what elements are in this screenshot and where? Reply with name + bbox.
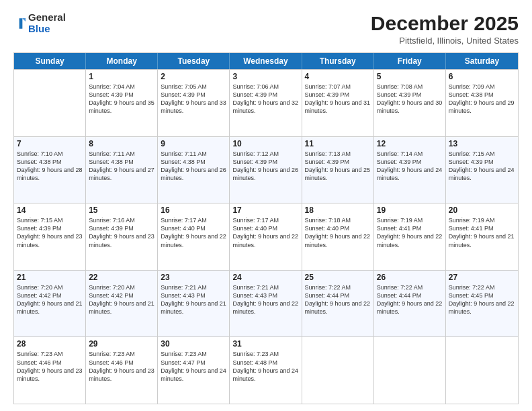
cell-info: Sunrise: 7:21 AMSunset: 4:43 PMDaylight:… (232, 283, 298, 316)
logo-blue: Blue (28, 24, 66, 35)
logo-icon (15, 16, 27, 31)
cell-date-number: 23 (161, 273, 226, 282)
calendar-cell: 23Sunrise: 7:21 AMSunset: 4:43 PMDayligh… (158, 271, 230, 337)
cell-date-number: 27 (449, 273, 515, 282)
cell-daylight: Daylight: 9 hours and 22 minutes. (377, 233, 443, 248)
calendar-cell (374, 337, 446, 404)
cell-daylight: Daylight: 9 hours and 31 minutes. (305, 99, 371, 114)
cell-sunset: Sunset: 4:41 PM (449, 225, 494, 232)
calendar-cell: 19Sunrise: 7:19 AMSunset: 4:41 PMDayligh… (374, 203, 446, 270)
cell-sunset: Sunset: 4:44 PM (377, 292, 422, 299)
cell-daylight: Daylight: 9 hours and 23 minutes. (89, 367, 154, 382)
cell-sunset: Sunset: 4:39 PM (377, 158, 422, 165)
cell-daylight: Daylight: 9 hours and 23 minutes. (89, 233, 154, 248)
header-day-tuesday: Tuesday (158, 53, 230, 69)
cell-sunrise: Sunrise: 7:14 AM (377, 150, 423, 157)
cell-info: Sunrise: 7:23 AMSunset: 4:46 PMDaylight:… (17, 350, 83, 383)
cell-date-number: 14 (17, 205, 83, 215)
calendar-cell: 11Sunrise: 7:13 AMSunset: 4:39 PMDayligh… (302, 137, 374, 203)
cell-date-number: 25 (305, 273, 371, 282)
cell-info: Sunrise: 7:07 AMSunset: 4:39 PMDaylight:… (305, 83, 371, 116)
cell-sunrise: Sunrise: 7:20 AM (89, 284, 135, 291)
cell-date-number: 5 (377, 72, 443, 81)
calendar-cell: 28Sunrise: 7:23 AMSunset: 4:46 PMDayligh… (14, 337, 86, 404)
cell-daylight: Daylight: 9 hours and 27 minutes. (89, 167, 154, 181)
cell-date-number: 15 (89, 205, 154, 215)
calendar-cell (14, 70, 86, 136)
cell-sunset: Sunset: 4:41 PM (377, 225, 422, 232)
cell-info: Sunrise: 7:22 AMSunset: 4:44 PMDaylight:… (377, 283, 443, 316)
cell-sunrise: Sunrise: 7:21 AM (232, 284, 279, 291)
page: General Blue December 2025 Pittsfield, I… (0, 0, 532, 411)
calendar-cell: 8Sunrise: 7:11 AMSunset: 4:38 PMDaylight… (86, 137, 158, 203)
cell-daylight: Daylight: 9 hours and 33 minutes. (161, 99, 226, 114)
cell-date-number: 26 (377, 273, 443, 282)
cell-sunset: Sunset: 4:38 PM (89, 158, 134, 165)
calendar-cell: 13Sunrise: 7:15 AMSunset: 4:39 PMDayligh… (446, 137, 518, 203)
cell-sunset: Sunset: 4:38 PM (449, 91, 494, 98)
cell-date-number: 1 (89, 72, 154, 81)
cell-info: Sunrise: 7:11 AMSunset: 4:38 PMDaylight:… (89, 150, 154, 183)
cell-date-number: 7 (17, 139, 83, 148)
cell-info: Sunrise: 7:22 AMSunset: 4:44 PMDaylight:… (305, 283, 371, 316)
calendar-cell: 9Sunrise: 7:11 AMSunset: 4:38 PMDaylight… (158, 137, 230, 203)
calendar-cell: 6Sunrise: 7:09 AMSunset: 4:38 PMDaylight… (446, 70, 518, 136)
cell-sunrise: Sunrise: 7:22 AM (449, 284, 495, 291)
cell-date-number: 16 (161, 205, 226, 215)
header-day-thursday: Thursday (302, 53, 374, 69)
cell-info: Sunrise: 7:20 AMSunset: 4:42 PMDaylight:… (17, 283, 83, 316)
cell-date-number: 8 (89, 139, 154, 148)
cell-sunset: Sunset: 4:39 PM (305, 158, 350, 165)
cell-info: Sunrise: 7:13 AMSunset: 4:39 PMDaylight:… (305, 150, 371, 183)
cell-sunrise: Sunrise: 7:23 AM (161, 351, 207, 357)
cell-date-number: 11 (305, 139, 371, 148)
cell-sunset: Sunset: 4:39 PM (232, 158, 277, 165)
calendar-subtitle: Pittsfield, Illinois, United States (371, 36, 519, 46)
cell-daylight: Daylight: 9 hours and 22 minutes. (161, 233, 226, 248)
cell-daylight: Daylight: 9 hours and 24 minutes. (161, 367, 226, 382)
cell-info: Sunrise: 7:05 AMSunset: 4:39 PMDaylight:… (161, 83, 226, 116)
cell-daylight: Daylight: 9 hours and 30 minutes. (377, 99, 443, 114)
cell-daylight: Daylight: 9 hours and 24 minutes. (232, 367, 298, 382)
cell-sunrise: Sunrise: 7:11 AM (161, 150, 207, 157)
cell-date-number: 22 (89, 273, 154, 282)
cell-sunrise: Sunrise: 7:04 AM (89, 83, 135, 90)
cell-daylight: Daylight: 9 hours and 21 minutes. (449, 233, 515, 248)
cell-sunrise: Sunrise: 7:15 AM (449, 150, 495, 157)
calendar: SundayMondayTuesdayWednesdayThursdayFrid… (13, 52, 519, 404)
cell-info: Sunrise: 7:21 AMSunset: 4:43 PMDaylight:… (161, 283, 226, 316)
calendar-cell: 4Sunrise: 7:07 AMSunset: 4:39 PMDaylight… (302, 70, 374, 136)
calendar-cell (446, 337, 518, 404)
calendar-cell: 29Sunrise: 7:23 AMSunset: 4:46 PMDayligh… (86, 337, 158, 404)
cell-daylight: Daylight: 9 hours and 23 minutes. (17, 367, 83, 382)
cell-sunrise: Sunrise: 7:22 AM (305, 284, 351, 291)
cell-date-number: 9 (161, 139, 226, 148)
cell-daylight: Daylight: 9 hours and 35 minutes. (89, 99, 154, 114)
cell-sunrise: Sunrise: 7:16 AM (89, 217, 135, 224)
cell-sunrise: Sunrise: 7:17 AM (161, 217, 207, 224)
cell-daylight: Daylight: 9 hours and 22 minutes. (232, 300, 298, 315)
cell-sunrise: Sunrise: 7:19 AM (449, 217, 495, 224)
cell-sunrise: Sunrise: 7:12 AM (232, 150, 279, 157)
cell-sunrise: Sunrise: 7:08 AM (377, 83, 423, 90)
cell-info: Sunrise: 7:14 AMSunset: 4:39 PMDaylight:… (377, 150, 443, 183)
cell-sunrise: Sunrise: 7:09 AM (449, 83, 495, 90)
cell-info: Sunrise: 7:09 AMSunset: 4:38 PMDaylight:… (449, 83, 515, 116)
header-day-wednesday: Wednesday (230, 53, 302, 69)
cell-daylight: Daylight: 9 hours and 21 minutes. (17, 300, 83, 315)
calendar-row-3: 21Sunrise: 7:20 AMSunset: 4:42 PMDayligh… (14, 270, 518, 337)
cell-info: Sunrise: 7:19 AMSunset: 4:41 PMDaylight:… (377, 216, 443, 249)
cell-date-number: 24 (232, 273, 298, 282)
cell-date-number: 13 (449, 139, 515, 148)
cell-sunset: Sunset: 4:40 PM (161, 225, 206, 232)
cell-info: Sunrise: 7:08 AMSunset: 4:39 PMDaylight:… (377, 83, 443, 116)
cell-sunrise: Sunrise: 7:05 AM (161, 83, 207, 90)
cell-sunset: Sunset: 4:43 PM (161, 292, 206, 299)
cell-info: Sunrise: 7:17 AMSunset: 4:40 PMDaylight:… (232, 216, 298, 249)
cell-info: Sunrise: 7:23 AMSunset: 4:48 PMDaylight:… (232, 350, 298, 383)
cell-info: Sunrise: 7:15 AMSunset: 4:39 PMDaylight:… (449, 150, 515, 183)
cell-sunset: Sunset: 4:39 PM (377, 91, 422, 98)
cell-sunset: Sunset: 4:40 PM (305, 225, 350, 232)
cell-info: Sunrise: 7:23 AMSunset: 4:47 PMDaylight:… (161, 350, 226, 383)
cell-sunset: Sunset: 4:39 PM (17, 225, 62, 232)
